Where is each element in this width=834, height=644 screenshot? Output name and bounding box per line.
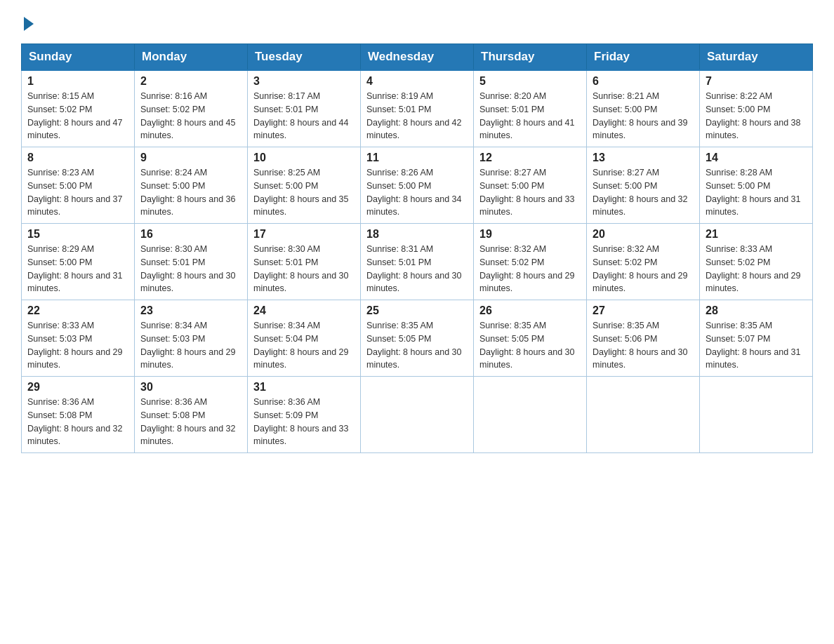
calendar-cell: 2 Sunrise: 8:16 AMSunset: 5:02 PMDayligh…: [135, 70, 248, 147]
day-number: 29: [27, 381, 128, 394]
day-number: 25: [366, 304, 468, 317]
calendar-cell: 28 Sunrise: 8:35 AMSunset: 5:07 PMDaylig…: [700, 300, 813, 377]
day-info: Sunrise: 8:32 AMSunset: 5:02 PMDaylight:…: [593, 244, 688, 293]
calendar-cell: 12 Sunrise: 8:27 AMSunset: 5:00 PMDaylig…: [474, 147, 587, 224]
day-number: 15: [27, 228, 128, 241]
calendar-cell: [361, 377, 474, 453]
calendar-cell: 31 Sunrise: 8:36 AMSunset: 5:09 PMDaylig…: [248, 377, 361, 453]
day-number: 23: [140, 304, 241, 317]
day-info: Sunrise: 8:33 AMSunset: 5:03 PMDaylight:…: [27, 321, 123, 370]
day-number: 11: [366, 152, 468, 164]
day-info: Sunrise: 8:34 AMSunset: 5:04 PMDaylight:…: [253, 321, 349, 370]
calendar-cell: 21 Sunrise: 8:33 AMSunset: 5:02 PMDaylig…: [700, 224, 813, 300]
day-number: 30: [140, 381, 241, 394]
day-info: Sunrise: 8:30 AMSunset: 5:01 PMDaylight:…: [253, 244, 349, 293]
logo: [21, 14, 34, 29]
day-number: 26: [479, 304, 581, 317]
day-number: 5: [479, 75, 581, 88]
calendar-cell: 18 Sunrise: 8:31 AMSunset: 5:01 PMDaylig…: [361, 224, 474, 300]
day-info: Sunrise: 8:19 AMSunset: 5:01 PMDaylight:…: [366, 91, 462, 140]
calendar-header-row: SundayMondayTuesdayWednesdayThursdayFrid…: [22, 44, 813, 71]
calendar-week-row: 15 Sunrise: 8:29 AMSunset: 5:00 PMDaylig…: [22, 224, 813, 300]
calendar-cell: 23 Sunrise: 8:34 AMSunset: 5:03 PMDaylig…: [135, 300, 248, 377]
day-number: 2: [140, 75, 241, 88]
day-number: 3: [253, 75, 355, 88]
calendar-cell: 10 Sunrise: 8:25 AMSunset: 5:00 PMDaylig…: [248, 147, 361, 224]
day-info: Sunrise: 8:16 AMSunset: 5:02 PMDaylight:…: [140, 91, 236, 140]
day-number: 6: [593, 75, 694, 88]
calendar-header-thursday: Thursday: [474, 44, 587, 71]
day-info: Sunrise: 8:36 AMSunset: 5:08 PMDaylight:…: [140, 397, 236, 446]
day-info: Sunrise: 8:28 AMSunset: 5:00 PMDaylight:…: [706, 168, 801, 217]
day-number: 4: [366, 75, 468, 88]
day-number: 13: [593, 152, 694, 164]
calendar-cell: [474, 377, 587, 453]
calendar-header-saturday: Saturday: [700, 44, 813, 71]
calendar-cell: 14 Sunrise: 8:28 AMSunset: 5:00 PMDaylig…: [700, 147, 813, 224]
day-info: Sunrise: 8:20 AMSunset: 5:01 PMDaylight:…: [479, 91, 575, 140]
day-info: Sunrise: 8:30 AMSunset: 5:01 PMDaylight:…: [140, 244, 236, 293]
day-number: 27: [593, 304, 694, 317]
day-number: 31: [253, 381, 355, 394]
day-number: 9: [140, 152, 241, 164]
day-info: Sunrise: 8:33 AMSunset: 5:02 PMDaylight:…: [706, 244, 801, 293]
calendar-cell: 3 Sunrise: 8:17 AMSunset: 5:01 PMDayligh…: [248, 70, 361, 147]
calendar-cell: [700, 377, 813, 453]
day-info: Sunrise: 8:36 AMSunset: 5:08 PMDaylight:…: [27, 397, 123, 446]
day-info: Sunrise: 8:27 AMSunset: 5:00 PMDaylight:…: [479, 168, 575, 217]
day-info: Sunrise: 8:26 AMSunset: 5:00 PMDaylight:…: [366, 168, 462, 217]
calendar-cell: 7 Sunrise: 8:22 AMSunset: 5:00 PMDayligh…: [700, 70, 813, 147]
day-number: 7: [706, 75, 807, 88]
calendar-cell: 25 Sunrise: 8:35 AMSunset: 5:05 PMDaylig…: [361, 300, 474, 377]
calendar-cell: 15 Sunrise: 8:29 AMSunset: 5:00 PMDaylig…: [22, 224, 135, 300]
day-info: Sunrise: 8:32 AMSunset: 5:02 PMDaylight:…: [479, 244, 575, 293]
day-number: 14: [706, 152, 807, 164]
page-header: [21, 14, 813, 29]
day-info: Sunrise: 8:36 AMSunset: 5:09 PMDaylight:…: [253, 397, 349, 446]
calendar-week-row: 29 Sunrise: 8:36 AMSunset: 5:08 PMDaylig…: [22, 377, 813, 453]
day-number: 1: [27, 75, 128, 88]
calendar-cell: 9 Sunrise: 8:24 AMSunset: 5:00 PMDayligh…: [135, 147, 248, 224]
calendar-table: SundayMondayTuesdayWednesdayThursdayFrid…: [21, 43, 813, 453]
day-info: Sunrise: 8:35 AMSunset: 5:06 PMDaylight:…: [593, 321, 688, 370]
calendar-cell: 16 Sunrise: 8:30 AMSunset: 5:01 PMDaylig…: [135, 224, 248, 300]
day-info: Sunrise: 8:35 AMSunset: 5:07 PMDaylight:…: [706, 321, 801, 370]
calendar-cell: 27 Sunrise: 8:35 AMSunset: 5:06 PMDaylig…: [587, 300, 700, 377]
calendar-cell: 6 Sunrise: 8:21 AMSunset: 5:00 PMDayligh…: [587, 70, 700, 147]
day-info: Sunrise: 8:31 AMSunset: 5:01 PMDaylight:…: [366, 244, 462, 293]
day-number: 20: [593, 228, 694, 241]
calendar-cell: 1 Sunrise: 8:15 AMSunset: 5:02 PMDayligh…: [22, 70, 135, 147]
day-number: 10: [253, 152, 355, 164]
calendar-cell: 24 Sunrise: 8:34 AMSunset: 5:04 PMDaylig…: [248, 300, 361, 377]
calendar-cell: 8 Sunrise: 8:23 AMSunset: 5:00 PMDayligh…: [22, 147, 135, 224]
calendar-cell: 22 Sunrise: 8:33 AMSunset: 5:03 PMDaylig…: [22, 300, 135, 377]
day-number: 19: [479, 228, 581, 241]
day-number: 21: [706, 228, 807, 241]
day-number: 16: [140, 228, 241, 241]
calendar-cell: 17 Sunrise: 8:30 AMSunset: 5:01 PMDaylig…: [248, 224, 361, 300]
day-number: 8: [27, 152, 128, 164]
calendar-cell: [587, 377, 700, 453]
day-number: 12: [479, 152, 581, 164]
calendar-header-wednesday: Wednesday: [361, 44, 474, 71]
calendar-cell: 30 Sunrise: 8:36 AMSunset: 5:08 PMDaylig…: [135, 377, 248, 453]
calendar-cell: 13 Sunrise: 8:27 AMSunset: 5:00 PMDaylig…: [587, 147, 700, 224]
calendar-header-friday: Friday: [587, 44, 700, 71]
calendar-cell: 4 Sunrise: 8:19 AMSunset: 5:01 PMDayligh…: [361, 70, 474, 147]
calendar-week-row: 22 Sunrise: 8:33 AMSunset: 5:03 PMDaylig…: [22, 300, 813, 377]
day-info: Sunrise: 8:23 AMSunset: 5:00 PMDaylight:…: [27, 168, 123, 217]
day-info: Sunrise: 8:25 AMSunset: 5:00 PMDaylight:…: [253, 168, 349, 217]
day-info: Sunrise: 8:22 AMSunset: 5:00 PMDaylight:…: [706, 91, 801, 140]
calendar-cell: 26 Sunrise: 8:35 AMSunset: 5:05 PMDaylig…: [474, 300, 587, 377]
day-info: Sunrise: 8:17 AMSunset: 5:01 PMDaylight:…: [253, 91, 349, 140]
calendar-header-monday: Monday: [135, 44, 248, 71]
calendar-header-sunday: Sunday: [22, 44, 135, 71]
day-info: Sunrise: 8:35 AMSunset: 5:05 PMDaylight:…: [479, 321, 575, 370]
day-info: Sunrise: 8:35 AMSunset: 5:05 PMDaylight:…: [366, 321, 462, 370]
calendar-week-row: 1 Sunrise: 8:15 AMSunset: 5:02 PMDayligh…: [22, 70, 813, 147]
day-number: 18: [366, 228, 468, 241]
day-info: Sunrise: 8:24 AMSunset: 5:00 PMDaylight:…: [140, 168, 236, 217]
calendar-header-tuesday: Tuesday: [248, 44, 361, 71]
day-info: Sunrise: 8:27 AMSunset: 5:00 PMDaylight:…: [593, 168, 688, 217]
day-info: Sunrise: 8:34 AMSunset: 5:03 PMDaylight:…: [140, 321, 236, 370]
